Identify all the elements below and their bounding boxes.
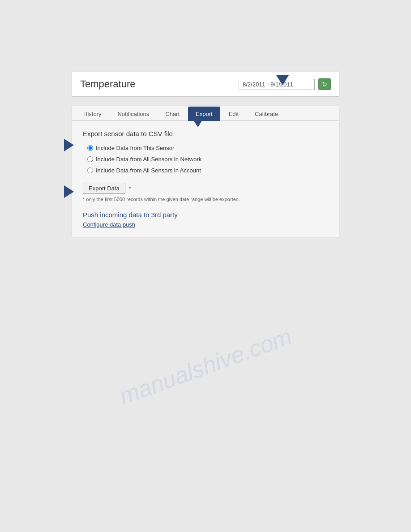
main-card: History Notifications Chart Export Edit … [72, 106, 339, 237]
radio-all-network-input[interactable] [87, 156, 93, 162]
watermark: manualshive.com [116, 323, 295, 410]
export-data-button[interactable]: Export Data [83, 183, 125, 194]
asterisk-inline: * [129, 185, 131, 192]
page-wrapper: Temperature ↻ History Notifications Char… [0, 0, 411, 532]
radio-all-account-input[interactable] [87, 167, 93, 173]
radio-this-sensor-input[interactable] [87, 145, 93, 151]
radio-all-account[interactable]: Include Data from All Sensors in Account [87, 167, 328, 174]
content-area: Export sensor data to CSV file Include D… [72, 121, 339, 237]
radio-this-sensor[interactable]: Include Data from This Sensor [87, 145, 328, 151]
asterisk-note: * only the first 5000 records within the… [83, 197, 328, 202]
tab-notifications[interactable]: Notifications [110, 107, 157, 121]
arrow-radio-indicator [64, 139, 74, 151]
tab-calibrate[interactable]: Calibrate [247, 107, 286, 121]
tab-export[interactable]: Export [188, 107, 220, 121]
refresh-button[interactable]: ↻ [318, 78, 331, 90]
arrow-date-indicator [276, 75, 289, 85]
radio-all-network[interactable]: Include Data from All Sensors in Network [87, 156, 328, 163]
refresh-icon: ↻ [322, 81, 327, 88]
tabs-bar: History Notifications Chart Export Edit … [72, 106, 339, 121]
header-card: Temperature ↻ [72, 72, 339, 97]
export-section-title: Export sensor data to CSV file [83, 130, 328, 137]
export-row: Export Data * [83, 183, 328, 194]
configure-data-push-link[interactable]: Configure data push [83, 221, 135, 228]
tab-chart[interactable]: Chart [158, 107, 187, 121]
tab-edit[interactable]: Edit [221, 107, 246, 121]
radio-group: Include Data from This Sensor Include Da… [87, 145, 328, 174]
tab-history[interactable]: History [76, 107, 109, 121]
push-title: Push incoming data to 3rd party [83, 211, 328, 219]
arrow-export-indicator [64, 185, 74, 198]
sensor-title: Temperature [80, 78, 136, 90]
